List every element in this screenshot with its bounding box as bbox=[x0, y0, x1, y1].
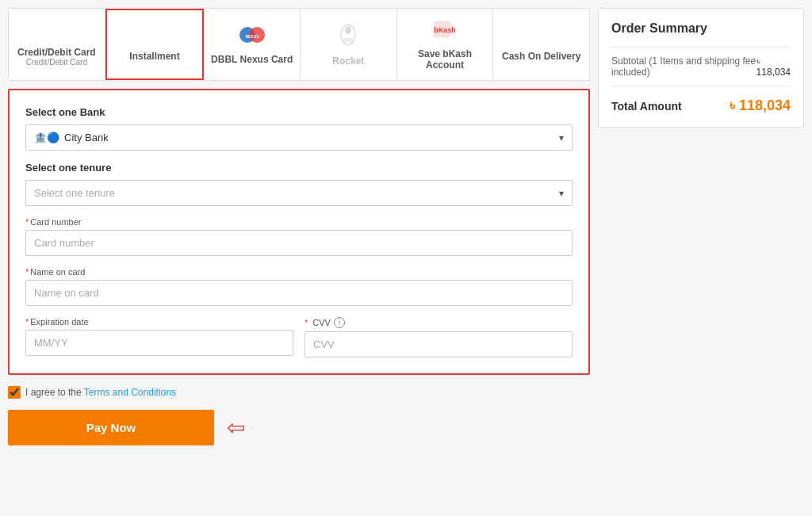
name-required-star: * bbox=[25, 267, 29, 277]
installment-form: Select one Bank 🏦🔵 City Bank ▾ Select on… bbox=[8, 89, 590, 375]
dbbl-icon: NEXUS bbox=[236, 24, 268, 51]
terms-link[interactable]: Terms and Conditions bbox=[84, 387, 176, 398]
total-label: Total Amount bbox=[611, 100, 682, 113]
order-summary-title: Order Summary bbox=[611, 21, 791, 36]
rocket-icon bbox=[335, 22, 361, 52]
terms-row: I agree to the Terms and Conditions bbox=[8, 383, 590, 402]
tab-bkash[interactable]: bKash Save bKash Account bbox=[397, 9, 494, 80]
tab-installment[interactable]: Installment bbox=[105, 9, 205, 80]
tenure-placeholder: Select one tenure bbox=[34, 187, 115, 199]
tab-dbbl-label: DBBL Nexus Card bbox=[211, 54, 293, 65]
main-area: Credit/Debit Card Credit/Debit Card Inst… bbox=[8, 8, 590, 508]
card-number-required-star: * bbox=[25, 217, 29, 227]
tab-bkash-label: Save bKash Account bbox=[401, 48, 489, 71]
chevron-down-icon: ▾ bbox=[559, 132, 564, 143]
card-number-label: *Card number bbox=[25, 217, 573, 227]
svg-point-12 bbox=[345, 26, 351, 34]
payment-tabs: Credit/Debit Card Credit/Debit Card Inst… bbox=[8, 8, 590, 81]
subtotal-label: Subtotal (1 Items and shipping fee inclu… bbox=[611, 55, 756, 78]
tenure-select-dropdown[interactable]: Select one tenure ▾ bbox=[25, 180, 573, 206]
pay-row: Pay Now ⇦ bbox=[8, 410, 590, 445]
svg-text:bKash: bKash bbox=[434, 26, 456, 34]
subtotal-row: Subtotal (1 Items and shipping fee inclu… bbox=[611, 55, 791, 78]
card-number-field-group: *Card number bbox=[25, 217, 573, 256]
tab-cod[interactable]: $ Cash On Delivery bbox=[493, 9, 589, 80]
expiry-label: *Expiration date bbox=[25, 317, 293, 327]
summary-divider-2 bbox=[611, 86, 791, 86]
tab-credit-debit-sublabel: Credit/Debit Card bbox=[26, 58, 87, 67]
subtotal-amount: ৳ 118,034 bbox=[756, 55, 791, 78]
name-on-card-input[interactable] bbox=[25, 280, 573, 306]
svg-text:NEXUS: NEXUS bbox=[245, 34, 259, 39]
bank-select-dropdown[interactable]: 🏦🔵 City Bank ▾ bbox=[25, 124, 573, 151]
cvv-field-group: * CVV i bbox=[304, 317, 573, 357]
tab-dbbl[interactable]: NEXUS DBBL Nexus Card bbox=[204, 9, 301, 80]
tab-installment-label: Installment bbox=[129, 51, 179, 62]
summary-divider-1 bbox=[611, 47, 791, 48]
terms-text: I agree to the Terms and Conditions bbox=[25, 387, 176, 398]
tenure-field-group: Select one tenure Select one tenure ▾ bbox=[25, 162, 573, 206]
tab-rocket[interactable]: Rocket bbox=[301, 9, 397, 80]
tenure-chevron-icon: ▾ bbox=[559, 188, 564, 199]
select-tenure-label: Select one tenure bbox=[25, 162, 573, 174]
tab-credit-debit[interactable]: Credit/Debit Card Credit/Debit Card bbox=[9, 9, 105, 80]
name-on-card-field-group: *Name on card bbox=[25, 267, 573, 306]
cvv-input[interactable] bbox=[304, 331, 573, 357]
expiry-input[interactable] bbox=[25, 330, 293, 356]
total-row: Total Amount ৳ 118,034 bbox=[611, 97, 791, 114]
bank-flag-icon: 🏦🔵 bbox=[34, 132, 59, 143]
bank-field-group: Select one Bank 🏦🔵 City Bank ▾ bbox=[25, 106, 573, 151]
expiry-required-star: * bbox=[25, 317, 29, 327]
terms-checkbox[interactable] bbox=[8, 386, 21, 399]
selected-bank-name: City Bank bbox=[64, 132, 109, 143]
expiry-cvv-row: *Expiration date * CVV i bbox=[25, 317, 573, 357]
total-amount: ৳ 118,034 bbox=[730, 97, 791, 114]
bkash-icon: bKash bbox=[429, 18, 461, 45]
tab-rocket-label: Rocket bbox=[332, 55, 364, 67]
page-wrapper: Credit/Debit Card Credit/Debit Card Inst… bbox=[0, 0, 812, 516]
order-summary: Order Summary Subtotal (1 Items and ship… bbox=[598, 8, 804, 128]
select-bank-label: Select one Bank bbox=[25, 106, 573, 118]
tab-credit-debit-label: Credit/Debit Card bbox=[17, 47, 96, 58]
card-number-input[interactable] bbox=[25, 230, 573, 256]
cvv-required-star: * bbox=[304, 318, 308, 327]
name-on-card-label: *Name on card bbox=[25, 267, 573, 277]
tab-cod-label: Cash On Delivery bbox=[502, 51, 580, 62]
arrow-left-icon: ⇦ bbox=[227, 415, 245, 441]
expiry-field-group: *Expiration date bbox=[25, 317, 293, 357]
cvv-label: * CVV i bbox=[304, 317, 573, 328]
cvv-info-icon[interactable]: i bbox=[334, 317, 345, 328]
pay-now-button[interactable]: Pay Now bbox=[8, 410, 214, 445]
